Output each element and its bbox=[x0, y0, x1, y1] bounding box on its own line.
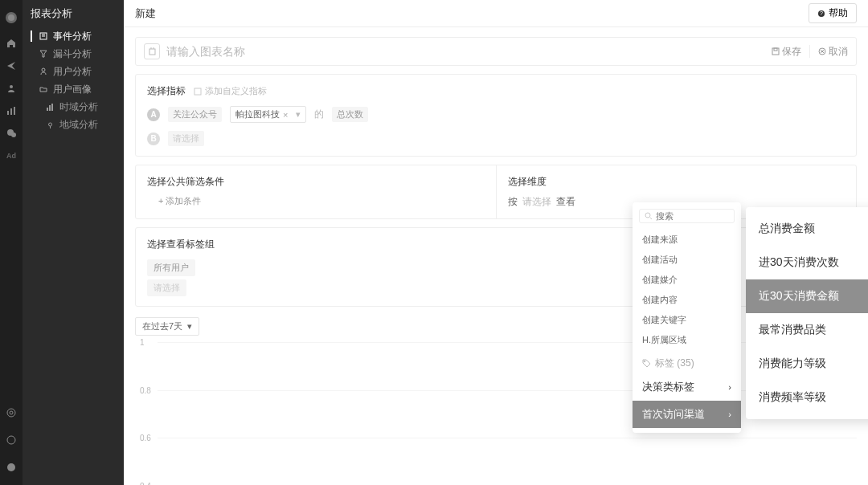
topbar: 新建 ? 帮助 bbox=[124, 0, 868, 27]
sidebar-sub-geo[interactable]: 地域分析 bbox=[23, 116, 124, 133]
chevron-down-icon: ▾ bbox=[296, 109, 301, 120]
sidebar-sub-label: 地域分析 bbox=[59, 118, 98, 132]
y-tick: 0.4 bbox=[140, 481, 151, 485]
dimension-submenu[interactable]: 总消费金额 进30天消费次数 近30天消费金额 最常消费品类 消费能力等级 消费… bbox=[746, 207, 868, 419]
help-button[interactable]: ? 帮助 bbox=[809, 3, 857, 23]
sidebar-item-label: 用户画像 bbox=[53, 83, 92, 96]
taggroup-placeholder[interactable]: 请选择 bbox=[147, 279, 186, 296]
sidebar-sub-time[interactable]: 时域分析 bbox=[23, 98, 124, 116]
save-button[interactable]: 保存 bbox=[772, 45, 801, 59]
metric-company-select[interactable]: 帕拉图科技 × ▾ bbox=[230, 106, 306, 123]
svg-rect-16 bbox=[47, 108, 48, 111]
view-label: 查看 bbox=[556, 195, 575, 209]
svg-rect-23 bbox=[772, 48, 779, 55]
function-icon bbox=[194, 88, 202, 96]
sidebar-item-event-analysis[interactable]: 事件分析 bbox=[23, 27, 124, 45]
date-range-select[interactable]: 在过去7天 ▾ bbox=[135, 317, 199, 336]
send-icon[interactable] bbox=[3, 55, 19, 77]
by-label: 按 bbox=[508, 195, 518, 209]
dropdown-category: 标签 (35) bbox=[633, 350, 741, 373]
svg-point-31 bbox=[644, 361, 645, 362]
person-icon[interactable] bbox=[3, 77, 19, 100]
save-icon bbox=[772, 47, 780, 55]
dropdown-item[interactable]: 创建媒介 bbox=[633, 270, 741, 290]
dropdown-expand-channel[interactable]: 首次访问渠道 › bbox=[633, 401, 741, 428]
svg-point-10 bbox=[7, 436, 15, 444]
dropdown-search[interactable] bbox=[639, 209, 735, 223]
sidebar-item-funnel[interactable]: 漏斗分析 bbox=[23, 45, 124, 63]
tag-icon bbox=[642, 359, 651, 368]
add-custom-metric[interactable]: 添加自定义指标 bbox=[194, 85, 267, 97]
taggroup-all-users[interactable]: 所有用户 bbox=[147, 259, 195, 276]
dropdown-item[interactable]: 创建关键字 bbox=[633, 310, 741, 330]
svg-line-30 bbox=[650, 218, 652, 219]
svg-point-19 bbox=[48, 123, 51, 126]
chevron-right-icon: › bbox=[728, 410, 731, 419]
logo-icon[interactable] bbox=[3, 6, 19, 29]
of-label: 的 bbox=[314, 108, 324, 121]
sidebar-item-user-analysis[interactable]: 用户分析 bbox=[23, 63, 124, 80]
svg-rect-3 bbox=[7, 111, 9, 115]
sidebar: 报表分析 事件分析 漏斗分析 用户分析 用户画像 时域分析 地域分析 bbox=[23, 0, 124, 485]
content: 保存 取消 选择指标 添加自定义指标 A 关注公众号 bbox=[124, 27, 868, 485]
sidebar-item-user-profile[interactable]: 用户画像 bbox=[23, 80, 124, 98]
metric-agg-chip[interactable]: 总次数 bbox=[332, 107, 368, 122]
geo-icon bbox=[45, 120, 55, 129]
search-icon bbox=[645, 212, 653, 220]
main: 新建 ? 帮助 保存 取消 bbox=[124, 0, 868, 485]
chevron-right-icon: › bbox=[728, 382, 731, 392]
cancel-button[interactable]: 取消 bbox=[818, 45, 848, 59]
dimension-dropdown[interactable]: 创建来源 创建活动 创建媒介 创建内容 创建关键字 H.所属区域 标签 (35)… bbox=[633, 202, 741, 433]
svg-point-9 bbox=[7, 409, 15, 417]
bar-icon bbox=[45, 102, 55, 112]
add-condition-button[interactable]: + 添加条件 bbox=[158, 195, 485, 207]
sidebar-item-label: 漏斗分析 bbox=[53, 47, 92, 61]
dropdown-item[interactable]: H.所属区域 bbox=[633, 330, 741, 350]
submenu-item[interactable]: 消费能力等级 bbox=[746, 347, 868, 381]
folder-icon bbox=[39, 84, 48, 94]
metric-event-chip[interactable]: 关注公众号 bbox=[168, 107, 222, 122]
home-icon[interactable] bbox=[3, 32, 19, 55]
metrics-section: 选择指标 添加自定义指标 A 关注公众号 帕拉图科技 × ▾ 的 总次数 B bbox=[135, 74, 857, 157]
sidebar-item-label: 用户分析 bbox=[53, 65, 92, 79]
rename-icon[interactable] bbox=[144, 43, 160, 59]
settings-icon[interactable] bbox=[3, 401, 19, 424]
badge-a: A bbox=[147, 108, 160, 121]
dropdown-expand-decision[interactable]: 决策类标签 › bbox=[633, 373, 741, 401]
submenu-item-active[interactable]: 近30天消费金额 bbox=[746, 279, 868, 313]
svg-rect-4 bbox=[10, 108, 12, 115]
y-tick: 1 bbox=[140, 338, 145, 347]
dropdown-search-input[interactable] bbox=[656, 211, 728, 221]
help-icon: ? bbox=[817, 10, 825, 18]
chart-icon[interactable] bbox=[3, 100, 19, 122]
close-icon[interactable]: × bbox=[283, 110, 288, 120]
submenu-item[interactable]: 总消费金额 bbox=[746, 212, 868, 246]
dropdown-item[interactable]: 创建活动 bbox=[633, 250, 741, 270]
left-rail: Ad bbox=[0, 0, 23, 485]
badge-b: B bbox=[147, 132, 160, 145]
svg-point-11 bbox=[7, 463, 15, 471]
metrics-label: 选择指标 bbox=[147, 84, 186, 98]
doc-icon bbox=[39, 31, 48, 41]
ad-icon[interactable]: Ad bbox=[3, 145, 19, 167]
sidebar-sub-label: 时域分析 bbox=[59, 100, 98, 114]
y-tick: 0.6 bbox=[140, 434, 151, 442]
cancel-icon bbox=[818, 47, 826, 55]
wechat-icon[interactable] bbox=[3, 122, 19, 145]
svg-point-15 bbox=[42, 68, 45, 71]
dropdown-item[interactable]: 创建来源 bbox=[633, 230, 741, 250]
avatar-icon[interactable] bbox=[3, 456, 19, 479]
sidebar-title: 报表分析 bbox=[23, 0, 124, 27]
svg-rect-28 bbox=[194, 88, 201, 95]
submenu-item[interactable]: 消费频率等级 bbox=[746, 381, 868, 414]
submenu-item[interactable]: 进30天消费次数 bbox=[746, 246, 868, 279]
user-icon bbox=[39, 67, 48, 76]
chevron-down-icon: ▾ bbox=[187, 321, 192, 332]
dropdown-item[interactable]: 创建内容 bbox=[633, 290, 741, 310]
dimensions-label: 选择维度 bbox=[508, 175, 845, 189]
submenu-item[interactable]: 最常消费品类 bbox=[746, 313, 868, 347]
chart-name-input[interactable] bbox=[166, 45, 407, 58]
metric-b-placeholder[interactable]: 请选择 bbox=[168, 131, 204, 146]
dimension-select[interactable]: 请选择 bbox=[522, 195, 551, 209]
chat-icon[interactable] bbox=[3, 429, 19, 451]
